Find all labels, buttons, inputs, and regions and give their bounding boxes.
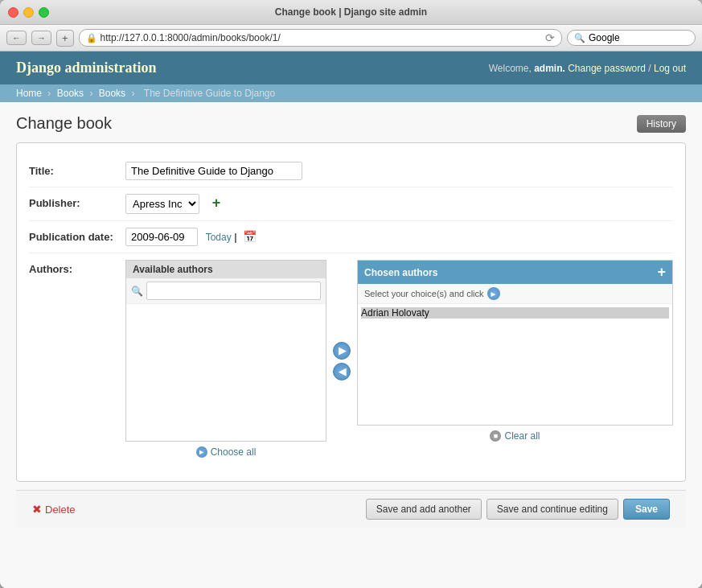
breadcrumb: Home › Books › Books › The Definitive Gu… bbox=[0, 84, 702, 102]
search-icon-small: 🔍 bbox=[131, 286, 143, 297]
change-password-link[interactable]: Change password bbox=[568, 63, 646, 74]
choose-all-icon: ► bbox=[196, 446, 207, 458]
save-add-button[interactable]: Save and add another bbox=[366, 499, 482, 520]
content-area: Change book History Title: Publisher: bbox=[0, 102, 702, 588]
available-authors-list[interactable] bbox=[126, 304, 326, 441]
chosen-authors-header: Chosen authors + bbox=[358, 261, 672, 284]
admin-header: Django administration Welcome, admin. Ch… bbox=[0, 51, 702, 84]
publisher-label: Publisher: bbox=[29, 194, 125, 209]
save-continue-button[interactable]: Save and continue editing bbox=[486, 499, 618, 520]
forward-button[interactable]: → bbox=[31, 31, 51, 45]
clear-all-label: Clear all bbox=[504, 430, 540, 442]
chosen-authors-title: Chosen authors bbox=[364, 267, 437, 278]
welcome-text: Welcome, bbox=[489, 63, 532, 74]
history-button[interactable]: History bbox=[637, 115, 686, 133]
form-actions: ✖ Delete Save and add another Save and c… bbox=[16, 490, 686, 528]
move-left-button[interactable]: ◀ bbox=[333, 363, 351, 380]
minimize-button[interactable] bbox=[23, 7, 34, 18]
pub-date-label: Publication date: bbox=[29, 228, 125, 243]
clear-all-row: ■ Clear all bbox=[357, 426, 673, 446]
chosen-arrow-icon: ► bbox=[487, 287, 500, 300]
nav-bar: ← → + 🔒 http://127.0.0.1:8000/admin/book… bbox=[0, 25, 702, 51]
save-button[interactable]: Save bbox=[623, 499, 670, 520]
title-bar: Change book | Django site admin bbox=[0, 0, 702, 25]
lock-icon: 🔒 bbox=[86, 33, 97, 43]
address-bar[interactable]: 🔒 http://127.0.0.1:8000/admin/books/book… bbox=[79, 29, 562, 47]
search-icon: 🔍 bbox=[574, 33, 585, 43]
window-title: Change book | Django site admin bbox=[275, 6, 427, 18]
available-authors-header: Available authors bbox=[126, 261, 326, 278]
publisher-row: Publisher: Apress Inc + bbox=[29, 187, 673, 221]
choose-all-row: ► Choose all bbox=[125, 442, 326, 463]
url-text: http://127.0.0.1:8000/admin/books/book/1… bbox=[101, 32, 545, 43]
available-panel-box: Available authors 🔍 bbox=[125, 260, 326, 442]
browser-window: Change book | Django site admin ← → + 🔒 … bbox=[0, 0, 702, 588]
authors-widget: Available authors 🔍 bbox=[125, 260, 673, 463]
pub-date-row: Publication date: Today | 📅 bbox=[29, 221, 673, 253]
author-search-input[interactable] bbox=[146, 282, 321, 300]
chosen-hint: Select your choice(s) and click ► bbox=[358, 284, 672, 304]
admin-username: admin. bbox=[534, 63, 565, 74]
close-button[interactable] bbox=[8, 7, 18, 18]
breadcrumb-sep3: › bbox=[131, 88, 134, 99]
publisher-field: Apress Inc + bbox=[125, 194, 673, 214]
chosen-hint-text: Select your choice(s) and click bbox=[364, 289, 484, 298]
breadcrumb-home[interactable]: Home bbox=[16, 88, 42, 99]
delete-label: Delete bbox=[45, 504, 76, 516]
search-placeholder: Google bbox=[589, 32, 620, 43]
authors-label: Authors: bbox=[29, 260, 125, 275]
delete-icon: ✖ bbox=[32, 503, 42, 516]
today-link[interactable]: Today bbox=[206, 232, 232, 243]
breadcrumb-books2[interactable]: Books bbox=[99, 88, 125, 99]
add-chosen-icon[interactable]: + bbox=[657, 264, 666, 281]
add-publisher-icon[interactable]: + bbox=[212, 195, 221, 211]
choose-all-label: Choose all bbox=[211, 446, 257, 458]
breadcrumb-current: The Definitive Guide to Django bbox=[144, 88, 275, 99]
back-button[interactable]: ← bbox=[6, 31, 27, 45]
clear-all-button[interactable]: ■ Clear all bbox=[490, 430, 540, 442]
breadcrumb-sep2: › bbox=[89, 88, 92, 99]
title-row: Title: bbox=[29, 155, 673, 187]
title-field bbox=[125, 162, 673, 180]
search-bar[interactable]: 🔍 Google bbox=[567, 30, 696, 46]
available-panel: Available authors 🔍 bbox=[125, 260, 326, 463]
logout-link[interactable]: Log out bbox=[654, 63, 686, 74]
chosen-panel-box: Chosen authors + Select your choice(s) a… bbox=[357, 260, 673, 426]
form-container: Title: Publisher: Apress Inc + bbox=[16, 142, 686, 482]
pub-date-field: Today | 📅 bbox=[125, 228, 673, 246]
calendar-icon[interactable]: 📅 bbox=[243, 230, 257, 243]
chosen-authors-list[interactable]: Adrian Holovaty bbox=[358, 304, 672, 425]
date-input[interactable] bbox=[125, 228, 198, 246]
author-search-bar: 🔍 bbox=[126, 278, 326, 304]
move-right-button[interactable]: ▶ bbox=[333, 342, 351, 360]
choose-all-button[interactable]: ► Choose all bbox=[196, 446, 257, 458]
delete-link[interactable]: ✖ Delete bbox=[32, 503, 76, 516]
arrow-buttons: ▶ ◀ bbox=[326, 342, 357, 380]
publisher-select[interactable]: Apress Inc bbox=[125, 194, 199, 214]
authors-field: Available authors 🔍 bbox=[125, 260, 673, 463]
title-input[interactable] bbox=[125, 162, 302, 180]
traffic-lights bbox=[8, 7, 49, 18]
new-tab-button[interactable]: + bbox=[56, 30, 74, 47]
page-title: Change book bbox=[16, 114, 112, 133]
authors-row: Authors: Available authors 🔍 bbox=[29, 253, 673, 469]
page-header: Change book History bbox=[16, 114, 686, 133]
admin-site-title: Django administration bbox=[16, 60, 157, 76]
breadcrumb-sep1: › bbox=[47, 88, 51, 99]
maximize-button[interactable] bbox=[39, 7, 49, 18]
chosen-panel: Chosen authors + Select your choice(s) a… bbox=[357, 260, 673, 446]
action-buttons: Save and add another Save and continue e… bbox=[366, 499, 670, 520]
title-label: Title: bbox=[29, 162, 125, 177]
django-admin: Django administration Welcome, admin. Ch… bbox=[0, 51, 702, 588]
breadcrumb-books1[interactable]: Books bbox=[57, 88, 84, 99]
reload-icon[interactable]: ⟳ bbox=[545, 31, 555, 44]
clear-all-icon: ■ bbox=[490, 430, 501, 442]
admin-user-info: Welcome, admin. Change password / Log ou… bbox=[489, 63, 686, 74]
